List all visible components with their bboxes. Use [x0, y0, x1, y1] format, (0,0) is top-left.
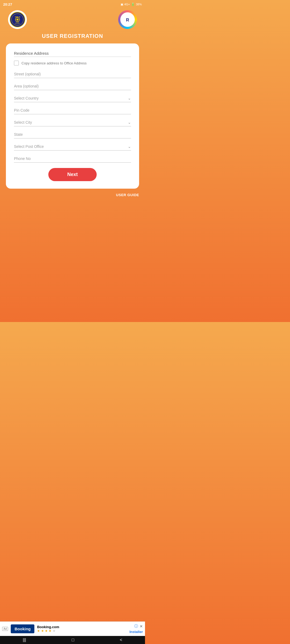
indian-railways-logo: भारतीय रेल INDIAN RAILWAYS [8, 10, 27, 29]
copy-address-checkbox[interactable] [14, 61, 19, 65]
signal-strength: 4G+ [124, 3, 130, 6]
status-time: 20:27 [3, 2, 12, 6]
status-icons: ▣ 4G+ 🔋 38% [121, 3, 142, 6]
phone-field-wrap [14, 154, 131, 163]
post-office-dropdown[interactable]: Select Post Office ⌄ [14, 142, 131, 151]
state-input[interactable] [14, 130, 131, 138]
copy-address-row[interactable]: Copy residence address to Office Address [14, 61, 131, 65]
city-dropdown-label: Select City [14, 120, 128, 125]
city-dropdown[interactable]: Select City ⌄ [14, 118, 131, 126]
pincode-input[interactable] [14, 106, 131, 114]
page-title: USER REGISTRATION [0, 33, 145, 39]
status-bar: 20:27 ▣ 4G+ 🔋 38% [0, 0, 145, 8]
registration-card: Residence Address Copy residence address… [6, 43, 139, 189]
svg-text:RAILWAYS: RAILWAYS [15, 23, 20, 24]
copy-address-label: Copy residence address to Office Address [21, 61, 87, 65]
street-field-wrap [14, 70, 131, 78]
area-input[interactable] [14, 82, 131, 90]
user-guide-link[interactable]: USER GUIDE [6, 193, 139, 197]
street-input[interactable] [14, 70, 131, 78]
chevron-down-icon: ⌄ [128, 144, 131, 149]
irctc-logo: R [118, 10, 137, 29]
post-office-dropdown-label: Select Post Office [14, 144, 128, 149]
header-logos: भारतीय रेल INDIAN RAILWAYS R [0, 8, 145, 30]
state-field-wrap [14, 130, 131, 138]
network-icon: ▣ [121, 3, 123, 6]
svg-text:R: R [126, 18, 129, 22]
country-dropdown-label: Select Country [14, 96, 128, 100]
next-button[interactable]: Next [48, 168, 97, 181]
pincode-field-wrap [14, 106, 131, 114]
chevron-down-icon: ⌄ [128, 120, 131, 125]
chevron-down-icon: ⌄ [128, 96, 131, 100]
country-dropdown[interactable]: Select Country ⌄ [14, 94, 131, 102]
battery-level: 38% [136, 3, 142, 6]
area-field-wrap [14, 82, 131, 90]
section-heading: Residence Address [14, 51, 131, 57]
battery-icon: 🔋 [131, 3, 135, 6]
phone-input[interactable] [14, 154, 131, 163]
